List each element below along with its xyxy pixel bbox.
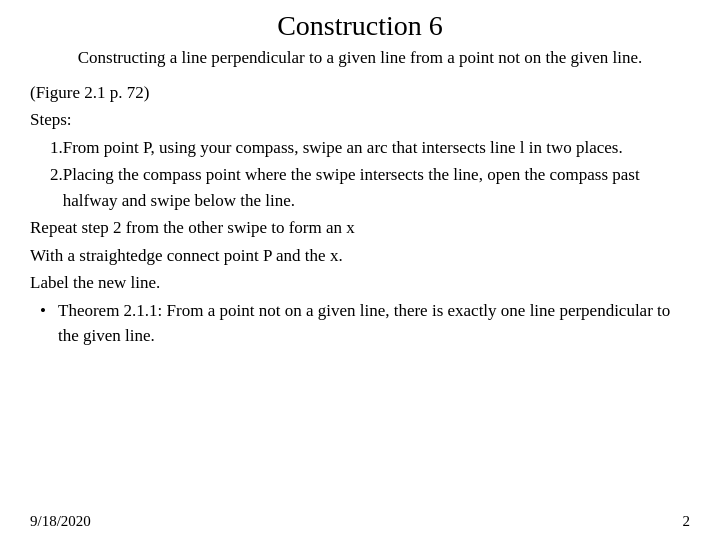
bullet-symbol: • bbox=[30, 298, 58, 349]
theorem-item: • Theorem 2.1.1: From a point not on a g… bbox=[30, 298, 690, 349]
footer: 9/18/2020 2 bbox=[30, 513, 690, 530]
subtitle: Constructing a line perpendicular to a g… bbox=[30, 46, 690, 70]
date: 9/18/2020 bbox=[30, 513, 91, 530]
theorem-text: Theorem 2.1.1: From a point not on a giv… bbox=[58, 298, 690, 349]
label-line: Label the new line. bbox=[30, 270, 690, 296]
step-1: 1. From point P, using your compass, swi… bbox=[30, 135, 690, 161]
page-title: Construction 6 bbox=[30, 10, 690, 42]
steps-label: Steps: bbox=[30, 107, 690, 133]
step-2-num: 2. bbox=[30, 162, 63, 213]
step-2: 2. Placing the compass point where the s… bbox=[30, 162, 690, 213]
step-1-text: From point P, using your compass, swipe … bbox=[63, 135, 690, 161]
step-2-text: Placing the compass point where the swip… bbox=[63, 162, 690, 213]
page: Construction 6 Constructing a line perpe… bbox=[0, 0, 720, 540]
step-1-num: 1. bbox=[30, 135, 63, 161]
repeat-line: Repeat step 2 from the other swipe to fo… bbox=[30, 215, 690, 241]
figure-ref: (Figure 2.1 p. 72) bbox=[30, 80, 690, 106]
straightedge-line: With a straightedge connect point P and … bbox=[30, 243, 690, 269]
page-number: 2 bbox=[683, 513, 691, 530]
